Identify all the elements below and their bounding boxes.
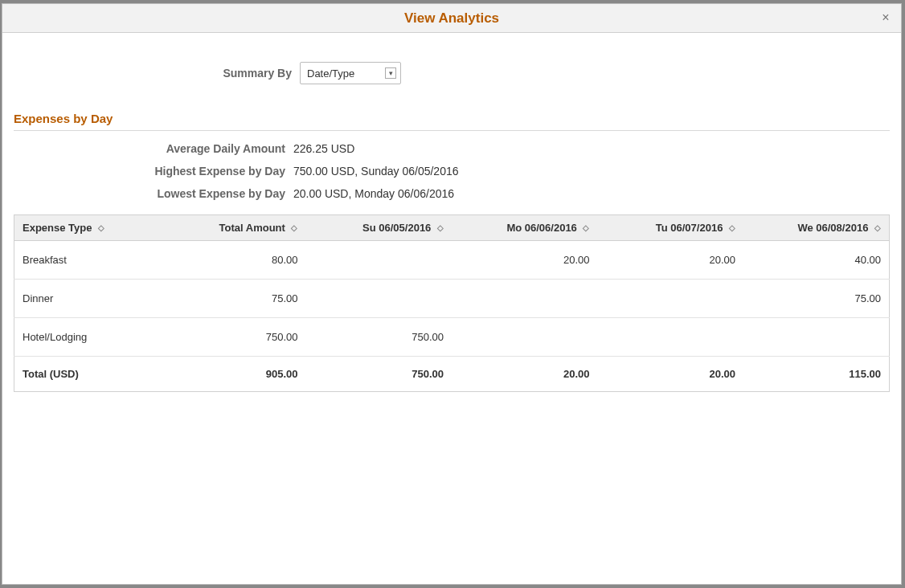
col-header-type[interactable]: Expense Type ◇ [14,215,177,241]
summary-row: Summary By Date/Type ▾ [14,62,890,84]
close-button[interactable]: × [877,9,895,27]
metric-avg-value: 226.25 USD [293,142,354,155]
metric-high-value: 750.00 USD, Sunday 06/05/2016 [293,165,459,178]
metric-avg-label: Average Daily Amount [14,142,293,155]
total-d2: 20.00 [452,357,598,392]
col-header-total-text: Total Amount [219,222,285,234]
cell-d2: 20.00 [452,241,598,280]
metric-low-row: Lowest Expense by Day 20.00 USD, Monday … [14,187,890,200]
cell-d1 [305,280,452,318]
sort-icon: ◇ [291,223,297,232]
total-d4: 115.00 [743,357,890,392]
col-header-d1-text: Su 06/05/2016 [362,222,431,234]
summary-select-wrap: Date/Type ▾ [300,62,401,84]
sort-icon: ◇ [874,223,881,232]
cell-type: Breakfast [14,241,177,280]
cell-total: 75.00 [176,280,305,318]
cell-d4: 40.00 [743,241,890,280]
table-head: Expense Type ◇ Total Amount ◇ Su 06/05/2… [14,215,890,241]
analytics-modal: View Analytics × Summary By Date/Type ▾ … [2,3,902,585]
metrics-block: Average Daily Amount 226.25 USD Highest … [14,142,890,200]
col-header-d2[interactable]: Mo 06/06/2016 ◇ [452,215,598,241]
summary-by-label: Summary By [14,67,300,80]
expense-table: Expense Type ◇ Total Amount ◇ Su 06/05/2… [14,214,890,392]
col-header-d1[interactable]: Su 06/05/2016 ◇ [305,215,452,241]
modal-body: Summary By Date/Type ▾ Expenses by Day A… [2,33,901,584]
total-label: Total (USD) [14,357,177,392]
col-header-total[interactable]: Total Amount ◇ [176,215,305,241]
cell-d1: 750.00 [305,318,452,357]
sort-icon: ◇ [583,223,589,232]
total-d3: 20.00 [597,357,743,392]
table-header-row: Expense Type ◇ Total Amount ◇ Su 06/05/2… [14,215,890,241]
cell-type: Hotel/Lodging [14,318,177,357]
metric-low-value: 20.00 USD, Monday 06/06/2016 [293,187,454,200]
modal-header: View Analytics × [2,4,901,33]
cell-d3 [597,318,743,357]
cell-total: 80.00 [176,241,305,280]
col-header-type-text: Expense Type [23,222,92,234]
metric-low-label: Lowest Expense by Day [14,187,293,200]
table-row: Breakfast 80.00 20.00 20.00 40.00 [14,241,890,280]
col-header-d4-text: We 06/08/2016 [797,222,868,234]
cell-d1 [305,241,452,280]
cell-d2 [452,280,598,318]
col-header-d2-text: Mo 06/06/2016 [506,222,576,234]
cell-total: 750.00 [176,318,305,357]
metric-avg-row: Average Daily Amount 226.25 USD [14,142,890,155]
total-total: 905.00 [176,357,305,392]
sort-icon: ◇ [98,223,104,232]
metric-high-row: Highest Expense by Day 750.00 USD, Sunda… [14,165,890,178]
sort-icon: ◇ [437,223,444,232]
total-d1: 750.00 [305,357,452,392]
col-header-d3-text: Tu 06/07/2016 [656,222,723,234]
table-row: Hotel/Lodging 750.00 750.00 [14,318,890,357]
table-total-row: Total (USD) 905.00 750.00 20.00 20.00 11… [14,357,890,392]
summary-by-select[interactable]: Date/Type [300,62,401,84]
cell-d4: 75.00 [743,280,890,318]
cell-d4 [743,318,890,357]
table-row: Dinner 75.00 75.00 [14,280,890,318]
col-header-d3[interactable]: Tu 06/07/2016 ◇ [597,215,743,241]
cell-d3: 20.00 [597,241,743,280]
metric-high-label: Highest Expense by Day [14,165,293,178]
col-header-d4[interactable]: We 06/08/2016 ◇ [743,215,890,241]
sort-icon: ◇ [729,223,735,232]
cell-d2 [452,318,598,357]
close-icon: × [882,10,889,25]
cell-d3 [597,280,743,318]
table-body: Breakfast 80.00 20.00 20.00 40.00 Dinner… [14,241,890,357]
section-title: Expenses by Day [14,112,890,131]
cell-type: Dinner [14,280,177,318]
table-foot: Total (USD) 905.00 750.00 20.00 20.00 11… [14,357,890,392]
modal-title: View Analytics [404,10,499,27]
